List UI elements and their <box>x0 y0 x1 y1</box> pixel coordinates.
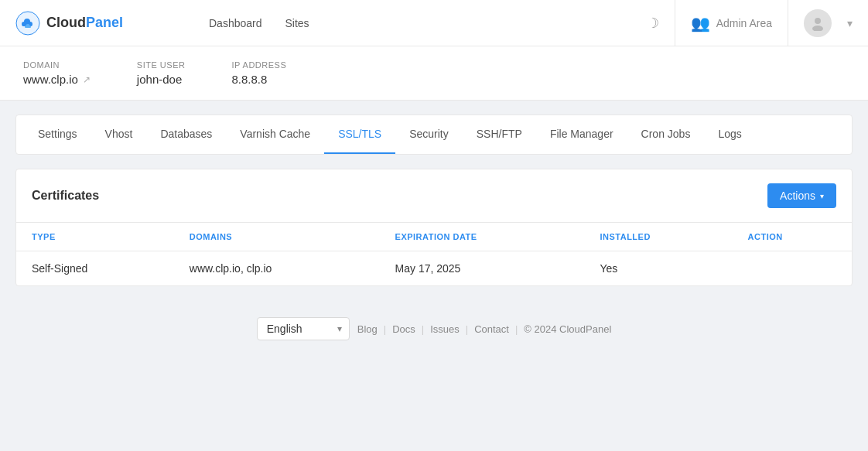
site-user-value: john-doe <box>137 73 186 86</box>
nav-sites[interactable]: Sites <box>285 13 309 33</box>
actions-chevron-icon: ▾ <box>820 192 824 200</box>
table-header: TYPE DOMAINS EXPIRATION DATE INSTALLED A… <box>16 223 852 251</box>
admin-area-label: Admin Area <box>716 17 772 29</box>
certificates-table-wrapper: TYPE DOMAINS EXPIRATION DATE INSTALLED A… <box>16 223 852 285</box>
domain-info-group: Domain www.clp.io ↗ <box>23 60 91 86</box>
actions-button-label: Actions <box>780 190 815 202</box>
cloudpanel-logo-icon <box>15 11 40 36</box>
domain-info-bar: Domain www.clp.io ↗ Site User john-doe I… <box>0 46 868 101</box>
tab-varnish-cache[interactable]: Varnish Cache <box>226 115 324 154</box>
cell-domains: www.clp.io, clp.io <box>174 251 380 286</box>
ip-address-info-group: IP Address 8.8.8.8 <box>231 60 286 86</box>
footer-link-issues[interactable]: Issues <box>430 323 460 335</box>
col-action: ACTION <box>733 223 852 251</box>
ip-address-label: IP Address <box>231 60 286 70</box>
col-domains: DOMAINS <box>174 223 380 251</box>
table-row: Self-Signed www.clp.io, clp.io May 17, 2… <box>16 251 852 286</box>
footer-links: Blog | Docs | Issues | Contact | © 2024 … <box>357 323 612 335</box>
table-body: Self-Signed www.clp.io, clp.io May 17, 2… <box>16 251 852 286</box>
external-link-icon[interactable]: ↗ <box>83 74 91 85</box>
tab-databases[interactable]: Databases <box>146 115 226 154</box>
tab-ssh-ftp[interactable]: SSH/FTP <box>463 115 536 154</box>
footer: English Blog | Docs | Issues | Contact |… <box>0 302 868 356</box>
svg-point-2 <box>812 26 823 31</box>
admin-area-button[interactable]: 👥 Admin Area <box>691 14 772 32</box>
cell-installed: Yes <box>584 251 732 286</box>
footer-sep-1: | <box>384 323 386 335</box>
footer-link-contact[interactable]: Contact <box>474 323 509 335</box>
tabs-container: Settings Vhost Databases Varnish Cache S… <box>15 114 853 155</box>
tab-settings[interactable]: Settings <box>24 115 91 154</box>
tab-cron-jobs[interactable]: Cron Jobs <box>627 115 705 154</box>
footer-link-blog[interactable]: Blog <box>357 323 378 335</box>
ip-address-value: 8.8.8.8 <box>231 73 286 86</box>
top-navigation: CloudPanel Dashboard Sites ☽ 👥 Admin Are… <box>0 0 868 46</box>
user-avatar-icon <box>810 15 825 31</box>
site-user-info-group: Site User john-doe <box>137 60 186 86</box>
domain-label: Domain <box>23 60 91 70</box>
language-dropdown[interactable]: English <box>257 317 350 340</box>
tab-vhost[interactable]: Vhost <box>91 115 147 154</box>
certificates-title: Certificates <box>32 189 99 203</box>
dark-mode-icon[interactable]: ☽ <box>647 15 659 32</box>
footer-link-docs[interactable]: Docs <box>392 323 415 335</box>
certificates-table: TYPE DOMAINS EXPIRATION DATE INSTALLED A… <box>16 223 852 285</box>
footer-sep-4: | <box>515 323 518 335</box>
card-header: Certificates Actions ▾ <box>16 169 852 223</box>
nav-links: Dashboard Sites <box>193 13 647 33</box>
col-type: TYPE <box>16 223 174 251</box>
footer-sep-2: | <box>422 323 424 335</box>
actions-button[interactable]: Actions ▾ <box>767 183 836 208</box>
col-installed: INSTALLED <box>584 223 732 251</box>
footer-copyright: © 2024 CloudPanel <box>524 323 611 335</box>
cell-action <box>733 251 852 286</box>
tab-security[interactable]: Security <box>395 115 463 154</box>
tab-file-manager[interactable]: File Manager <box>536 115 627 154</box>
main-content: Certificates Actions ▾ TYPE DOMAINS EXPI… <box>15 169 853 286</box>
site-user-label: Site User <box>137 60 186 70</box>
admin-icon: 👥 <box>691 14 710 32</box>
nav-right-area: ☽ 👥 Admin Area ▾ <box>647 0 853 46</box>
certificates-card: Certificates Actions ▾ TYPE DOMAINS EXPI… <box>15 169 853 286</box>
nav-separator-1 <box>675 0 675 46</box>
tab-logs[interactable]: Logs <box>704 115 755 154</box>
footer-sep-3: | <box>466 323 468 335</box>
svg-point-1 <box>815 18 821 24</box>
brand-logo-area: CloudPanel <box>15 11 193 36</box>
language-selector[interactable]: English <box>257 317 350 340</box>
user-avatar[interactable] <box>804 9 832 37</box>
user-dropdown-chevron[interactable]: ▾ <box>847 17 853 29</box>
cell-expiration-date: May 17, 2025 <box>380 251 585 286</box>
col-expiration-date: EXPIRATION DATE <box>380 223 585 251</box>
domain-value: www.clp.io ↗ <box>23 73 91 86</box>
cell-type: Self-Signed <box>16 251 174 286</box>
tab-ssl-tls[interactable]: SSL/TLS <box>324 115 395 154</box>
nav-separator-2 <box>788 0 788 46</box>
tabs-row: Settings Vhost Databases Varnish Cache S… <box>16 115 852 154</box>
nav-dashboard[interactable]: Dashboard <box>209 13 262 33</box>
brand-text: CloudPanel <box>46 15 123 31</box>
